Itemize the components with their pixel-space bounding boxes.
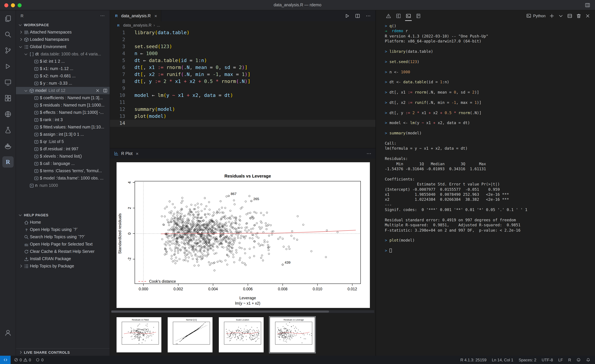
r-version-status[interactable]: R 4.1.3: 25159 xyxy=(460,357,486,362)
eol-status[interactable]: LF xyxy=(558,357,563,362)
kill-terminal-button[interactable] xyxy=(576,13,581,18)
code-line-14[interactable]: 14 xyxy=(110,120,375,127)
close-viewer-icon[interactable] xyxy=(95,88,100,93)
status-extra-count[interactable]: 0 xyxy=(36,357,43,362)
code-line-1[interactable]: 1library(data.table) xyxy=(110,29,375,36)
code-line-8[interactable]: 8dt[, y := 2 * x1 + x2 + 0.5 * rnorm(.N)… xyxy=(110,78,375,85)
code-line-9[interactable]: 9 xyxy=(110,85,375,92)
section-help-pages[interactable]: HELP PAGES xyxy=(16,211,110,219)
split-editor-button[interactable] xyxy=(355,13,360,18)
tree-item-install-cran-package[interactable]: Install CRAN Package xyxy=(16,255,110,262)
notebook-tab-icon[interactable] xyxy=(416,13,421,18)
tree-item-rank-int-3[interactable]: $ rank : int 3 xyxy=(16,116,110,123)
more-actions-icon[interactable] xyxy=(366,13,371,18)
more-actions-icon[interactable] xyxy=(366,151,372,156)
tree-item-dt[interactable]: dtdata.table: 1000 obs. of 4 varia... xyxy=(16,50,110,58)
language-mode-status[interactable]: R xyxy=(568,357,571,362)
tree-item-x2-num-0-681[interactable]: $ x2: num -0.681 ... xyxy=(16,72,110,80)
tab-r-plot[interactable]: R Plot × xyxy=(110,148,142,159)
code-line-7[interactable]: 7dt[, x2 := runif(.N, min = -1, max = 1)… xyxy=(110,71,375,78)
close-panel-button[interactable] xyxy=(585,13,590,18)
tree-item-attached-namespaces[interactable]: Attached Namespaces xyxy=(16,28,110,36)
tree-item-terms-classes-terms-formul[interactable]: $ terms :Classes 'terms', 'formul... xyxy=(16,167,110,175)
tree-item-n[interactable]: nnum 1000 xyxy=(16,182,110,189)
section-live-share[interactable]: LIVE SHARE CONTROLS xyxy=(16,348,110,356)
activity-docker[interactable] xyxy=(2,140,14,152)
tree-item-loaded-namespaces[interactable]: Loaded Namespaces xyxy=(16,36,110,43)
open-in-editor-icon[interactable] xyxy=(103,88,108,93)
tree-item-y-num-3-33[interactable]: $ y : num -3.33 ... xyxy=(16,80,110,87)
split-terminal-button[interactable] xyxy=(567,13,572,18)
tree-item-effects-named-num-1-1000[interactable]: $ effects : Named num [1:1000] -... xyxy=(16,109,110,116)
remote-indicator[interactable] xyxy=(0,356,11,364)
tree-item-model[interactable]: modelList of 12 xyxy=(16,87,110,94)
cursor-position-status[interactable]: Ln 14, Col 1 xyxy=(492,357,513,362)
minimize-window-button[interactable] xyxy=(11,3,15,7)
tree-item-qr-list-of-5[interactable]: $ qr :List of 5 xyxy=(16,138,110,145)
tree-item-open-help-page-for-selected-[interactable]: abcOpen Help Page for Selected Text xyxy=(16,241,110,248)
tree-item-global-environment[interactable]: Global Environment xyxy=(16,43,110,50)
problems-tab-icon[interactable] xyxy=(386,13,391,18)
code-line-3[interactable]: 3set.seed(123) xyxy=(110,43,375,50)
plot-thumbnail-3[interactable]: Scale-Location xyxy=(219,317,264,352)
terminal-tab-icon[interactable] xyxy=(406,13,411,18)
tree-item-clear-cache-restart-help-ser[interactable]: Clear Cache & Restart Help Server xyxy=(16,248,110,255)
activity-run-and-debug[interactable] xyxy=(2,61,14,72)
code-line-4[interactable]: 4n ← 1000 xyxy=(110,50,375,57)
tree-item-xlevels-named-list[interactable]: $ xlevels : Named list() xyxy=(16,153,110,160)
new-terminal-button[interactable] xyxy=(549,13,554,18)
close-plot-tab-icon[interactable]: × xyxy=(136,151,138,156)
breadcrumb-symbol[interactable]: ... xyxy=(157,23,160,28)
output-tab-icon[interactable] xyxy=(396,13,401,18)
tree-item-call-language[interactable]: $ call : language ... xyxy=(16,160,110,167)
notifications-bell-icon[interactable] xyxy=(586,358,590,362)
terminal-dropdown-icon[interactable] xyxy=(558,13,563,18)
tree-item-open-help-topic-using[interactable]: ?Open Help Topic using `?` xyxy=(16,226,110,233)
layout-icon[interactable] xyxy=(585,2,590,8)
code-line-2[interactable]: 2 xyxy=(110,36,375,43)
breadcrumb-file[interactable]: data_analysis.R xyxy=(123,23,152,28)
tree-item-home[interactable]: Home xyxy=(16,219,110,226)
activity-live-share[interactable] xyxy=(2,109,14,120)
activity-accounts[interactable] xyxy=(2,327,14,338)
horizontal-scrollbar[interactable] xyxy=(111,310,374,313)
scrollbar-thumb[interactable] xyxy=(111,311,329,313)
encoding-status[interactable]: UTF-8 xyxy=(542,357,553,362)
code-line-12[interactable]: 12summary(model) xyxy=(110,106,375,113)
code-line-5[interactable]: 5dt ← data.table(id = 1:n) xyxy=(110,57,375,64)
tree-item-search-help-topics-using[interactable]: Search Help Topics using `??` xyxy=(16,233,110,241)
activity-search[interactable] xyxy=(2,29,14,40)
code-line-6[interactable]: 6dt[, x1 := rnorm(.N, mean = 0, sd = 2)] xyxy=(110,64,375,71)
breadcrumb[interactable]: R data_analysis.R › ... xyxy=(110,21,375,29)
activity-remote-explorer[interactable] xyxy=(2,77,14,88)
code-line-10[interactable]: 10model ← lm(y ~ x1 + x2, data = dt) xyxy=(110,92,375,99)
close-window-button[interactable] xyxy=(4,3,8,7)
section-workspace[interactable]: WORKSPACE xyxy=(16,21,110,28)
tree-item-x1-num-1-12[interactable]: $ x1: num -1.12 ... xyxy=(16,65,110,72)
activity-testing[interactable] xyxy=(2,124,14,136)
run-file-button[interactable] xyxy=(344,13,350,18)
tree-item-fitted-values-named-num-1-10[interactable]: $ fitted.values: Named num [1:10... xyxy=(16,123,110,131)
tree-item-model-data-frame-1000-obs[interactable]: $ model :'data.frame': 1000 obs. ... xyxy=(16,175,110,182)
problems-status[interactable]: 0 0 xyxy=(14,357,31,362)
code-editor[interactable]: 1library(data.table)23set.seed(123)4n ← … xyxy=(110,29,375,148)
tree-item-help-topics-by-package[interactable]: Help Topics by Package xyxy=(16,262,110,270)
indentation-status[interactable]: Spaces: 2 xyxy=(519,357,536,362)
zoom-window-button[interactable] xyxy=(18,3,21,7)
tree-item-coefficients-named-num-1-3[interactable]: $ coefficients : Named num [1:3]... xyxy=(16,94,110,102)
more-actions-icon[interactable] xyxy=(100,13,105,18)
feedback-icon[interactable] xyxy=(576,358,581,362)
close-tab-icon[interactable]: × xyxy=(154,13,157,18)
activity-extensions[interactable] xyxy=(2,93,14,104)
plot-thumbnail-1[interactable]: Residuals vs Fitted xyxy=(117,317,161,352)
code-line-13[interactable]: 13plot(model) xyxy=(110,113,375,120)
tree-item-id-int-1-2[interactable]: $ id: int 1 2 ... xyxy=(16,58,110,65)
activity-source-control[interactable] xyxy=(2,45,14,56)
plot-thumbnail-4[interactable]: Residuals vs Leverage xyxy=(270,317,315,352)
terminal-output[interactable]: > q()→ rdemo rR version 4.1.3 (2022-03-1… xyxy=(385,24,527,253)
tree-item-df-residual-int-997[interactable]: $ df.residual : int 997 xyxy=(16,145,110,153)
tree-item-assign-int-1-3-0-1[interactable]: $ assign : int [1:3] 0 1 ... xyxy=(16,131,110,138)
terminal-shell-item[interactable]: Python xyxy=(526,13,545,18)
tree-item-residuals-named-num-1-1000[interactable]: $ residuals : Named num [1:1000... xyxy=(16,102,110,109)
code-line-11[interactable]: 11 xyxy=(110,99,375,106)
